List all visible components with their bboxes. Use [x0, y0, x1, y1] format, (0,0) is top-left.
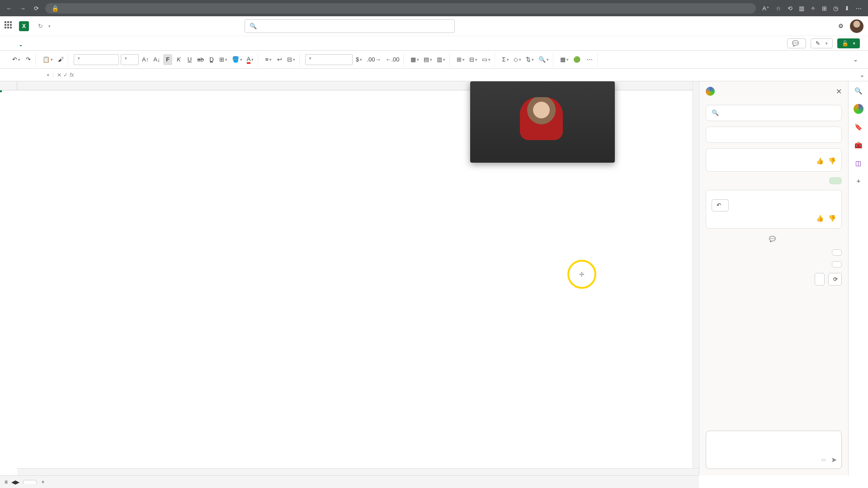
comments-button[interactable]: 💬 [787, 38, 806, 48]
clear-button[interactable]: ◇▾ [512, 54, 523, 65]
underline-button[interactable]: U [185, 54, 194, 65]
extensions-icon[interactable]: ⊞ [822, 5, 827, 12]
enter-formula-icon[interactable]: ✓ [63, 72, 68, 78]
thumbs-down-icon[interactable]: 👎 [828, 214, 836, 223]
tab-teilen[interactable] [43, 41, 45, 46]
send-button[interactable]: ➤ [831, 455, 837, 464]
conditional-format-button[interactable]: ▦▾ [409, 54, 420, 65]
rail-plus-icon[interactable]: ＋ [854, 176, 863, 186]
suggestion-formula[interactable] [832, 261, 842, 267]
user-avatar[interactable] [850, 19, 863, 33]
font-name-select[interactable]: ▾ [74, 54, 119, 65]
tab-datei[interactable] [8, 41, 10, 46]
sheet-tab-tabelle1[interactable] [23, 480, 37, 484]
bold-button[interactable]: F [163, 54, 172, 65]
name-box[interactable]: ▾ [0, 73, 53, 77]
more-button[interactable]: ⋯ [585, 54, 594, 65]
decrease-font-button[interactable]: A↓ [152, 54, 161, 65]
strikethrough-button[interactable]: ab [196, 54, 205, 65]
number-format-select[interactable]: ▾ [305, 54, 353, 65]
delete-cells-button[interactable]: ⊟▾ [468, 54, 479, 65]
menu-icon[interactable]: ⋯ [856, 5, 862, 12]
close-copilot-button[interactable]: ✕ [836, 87, 842, 96]
tab-hilfe[interactable] [114, 41, 116, 46]
back-icon[interactable]: ← [5, 5, 14, 12]
sync-icon[interactable]: ⟲ [788, 5, 793, 12]
decrease-decimal-button[interactable]: ←.00 [384, 54, 401, 65]
settings-icon[interactable]: ⚙ [838, 23, 844, 29]
search-input[interactable]: 🔍 [245, 19, 455, 33]
fill-color-button[interactable]: 🪣▾ [231, 54, 244, 65]
tab-start[interactable] [20, 41, 22, 46]
format-painter-button[interactable]: 🖌 [56, 54, 65, 65]
collapse-ribbon-button[interactable]: ⌄ [851, 54, 860, 65]
redo-button[interactable]: ↷ [24, 54, 33, 65]
expand-formula-icon[interactable]: ⌄ [856, 72, 868, 78]
refresh-icon[interactable]: ⟳ [32, 5, 41, 12]
rail-onenote-icon[interactable]: ◫ [854, 158, 863, 168]
tab-daten[interactable] [79, 41, 80, 46]
sort-filter-button[interactable]: ⇅▾ [524, 54, 535, 65]
copilot-input[interactable]: ▭ ➤ [706, 431, 842, 469]
rail-tools-icon[interactable]: 🧰 [854, 140, 863, 150]
tab-zeichnen[interactable] [126, 41, 127, 46]
favorite-icon[interactable]: ☆ [776, 5, 781, 12]
copilot-toolbar-button[interactable]: 🟢 [572, 54, 584, 65]
book-icon[interactable]: ▭ [821, 457, 826, 462]
suggestion-insights[interactable] [832, 249, 842, 256]
cell-styles-button[interactable]: ▥▾ [435, 54, 447, 65]
forward-icon[interactable]: → [18, 5, 27, 12]
format-cells-button[interactable]: ▭▾ [481, 54, 492, 65]
fx-icon[interactable]: fx [70, 72, 74, 78]
increase-font-button[interactable]: A↑ [141, 54, 150, 65]
analyze-card[interactable]: 🔍 [706, 105, 842, 121]
refresh-suggestions-button[interactable]: ⟳ [828, 273, 842, 286]
select-all-corner[interactable] [0, 81, 17, 90]
spreadsheet-grid[interactable] [0, 81, 699, 475]
tab-ansicht[interactable] [102, 41, 104, 46]
currency-button[interactable]: $▾ [354, 54, 363, 65]
wrap-text-button[interactable]: ↩ [275, 54, 284, 65]
double-underline-button[interactable]: D̳ [207, 54, 216, 65]
rail-copilot-icon[interactable] [854, 104, 863, 114]
find-button[interactable]: 🔍▾ [537, 54, 550, 65]
sheet-nav-icon[interactable]: ◀▶ [11, 479, 19, 485]
insert-cells-button[interactable]: ⊞▾ [455, 54, 466, 65]
text-size-icon[interactable]: A⁺ [762, 5, 769, 12]
borders-button[interactable]: ⊞▾ [218, 54, 229, 65]
align-button[interactable]: ≡▾ [264, 54, 273, 65]
cancel-formula-icon[interactable]: ✕ [57, 72, 61, 78]
merge-button[interactable]: ⊟▾ [286, 54, 297, 65]
increase-decimal-button[interactable]: .00→ [365, 54, 382, 65]
sidebar-icon[interactable]: ▥ [799, 5, 804, 12]
undo-button-copilot[interactable]: ↶ [712, 199, 729, 211]
font-size-select[interactable]: ▾ [121, 54, 139, 65]
italic-button[interactable]: K [174, 54, 183, 65]
collections-icon[interactable]: ✧ [811, 5, 816, 12]
share-button[interactable]: 🔓 ▾ [837, 38, 860, 48]
rail-search-icon[interactable]: 🔍 [854, 86, 863, 96]
thumbs-down-icon[interactable]: 👎 [828, 157, 836, 166]
downloads-icon[interactable]: ⬇ [844, 5, 849, 12]
tab-seitenlayout[interactable] [55, 41, 57, 46]
suggestion-highlight[interactable] [815, 273, 825, 286]
performance-icon[interactable]: ◷ [833, 5, 838, 12]
font-color-button[interactable]: A▾ [245, 54, 255, 65]
edit-button[interactable]: ✎ ▾ [811, 38, 833, 48]
thumbs-up-icon[interactable]: 👍 [816, 214, 824, 223]
sheet-menu-icon[interactable]: ≡ [5, 479, 8, 485]
undo-button[interactable]: ↶▾ [11, 54, 22, 65]
app-launcher-icon[interactable] [5, 21, 14, 31]
format-table-button[interactable]: ▤▾ [422, 54, 434, 65]
add-sheet-button[interactable]: ＋ [40, 478, 46, 486]
tab-formeln[interactable] [67, 41, 69, 46]
vertical-scrollbar[interactable] [693, 81, 699, 475]
thumbs-up-icon[interactable]: 👍 [816, 157, 824, 166]
change-topic-button[interactable]: 💬 [706, 234, 842, 244]
doc-name-caret-icon[interactable]: ▾ [48, 24, 51, 28]
tab-ueberpruefen[interactable] [90, 41, 92, 46]
paste-button[interactable]: 📋▾ [41, 54, 54, 65]
analyze-data-button[interactable]: ▦▾ [559, 54, 570, 65]
tab-einfuegen[interactable] [32, 41, 33, 46]
autosum-button[interactable]: Σ▾ [500, 54, 510, 65]
